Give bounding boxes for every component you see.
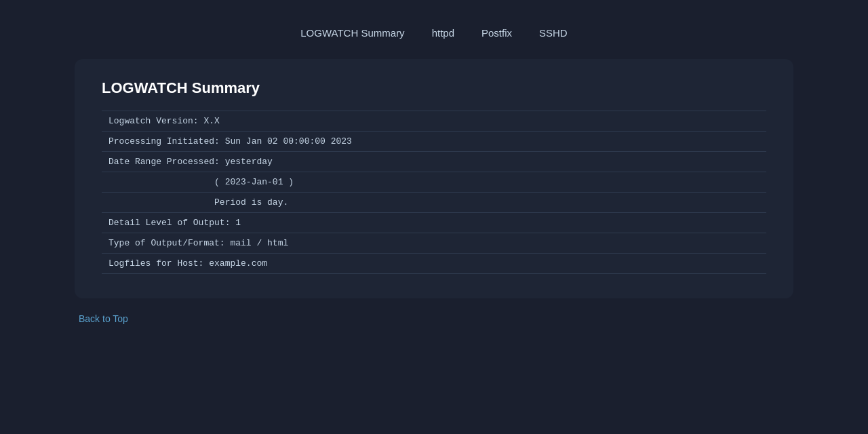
- table-row: Logwatch Version: X.X: [102, 111, 766, 132]
- table-cell: Period is day.: [102, 193, 766, 213]
- table-cell: Date Range Processed: yesterday: [102, 152, 766, 172]
- table-cell: ( 2023-Jan-01 ): [102, 172, 766, 193]
- table-row: Date Range Processed: yesterday: [102, 152, 766, 172]
- table-row: Detail Level of Output: 1: [102, 213, 766, 233]
- nav-link-logwatch-summary[interactable]: LOGWATCH Summary: [300, 27, 404, 39]
- back-to-top-link[interactable]: Back to Top: [79, 313, 868, 324]
- table-cell: Processing Initiated: Sun Jan 02 00:00:0…: [102, 132, 766, 152]
- table-cell: Detail Level of Output: 1: [102, 213, 766, 233]
- table-cell: Logwatch Version: X.X: [102, 111, 766, 132]
- nav-link-httpd[interactable]: httpd: [432, 27, 454, 39]
- nav-link-postfix[interactable]: Postfix: [481, 27, 512, 39]
- table-row: ( 2023-Jan-01 ): [102, 172, 766, 193]
- table-row: Type of Output/Format: mail / html: [102, 233, 766, 254]
- info-table: Logwatch Version: X.XProcessing Initiate…: [102, 111, 766, 274]
- nav-link-sshd[interactable]: SSHD: [539, 27, 568, 39]
- table-cell: Logfiles for Host: example.com: [102, 254, 766, 274]
- table-row: Period is day.: [102, 193, 766, 213]
- table-row: Logfiles for Host: example.com: [102, 254, 766, 274]
- main-nav: LOGWATCH SummaryhttpdPostfixSSHD: [0, 0, 868, 59]
- info-table-body: Logwatch Version: X.XProcessing Initiate…: [102, 111, 766, 274]
- section-title: LOGWATCH Summary: [102, 79, 766, 97]
- table-cell: Type of Output/Format: mail / html: [102, 233, 766, 254]
- main-container: LOGWATCH Summary Logwatch Version: X.XPr…: [75, 59, 793, 298]
- table-row: Processing Initiated: Sun Jan 02 00:00:0…: [102, 132, 766, 152]
